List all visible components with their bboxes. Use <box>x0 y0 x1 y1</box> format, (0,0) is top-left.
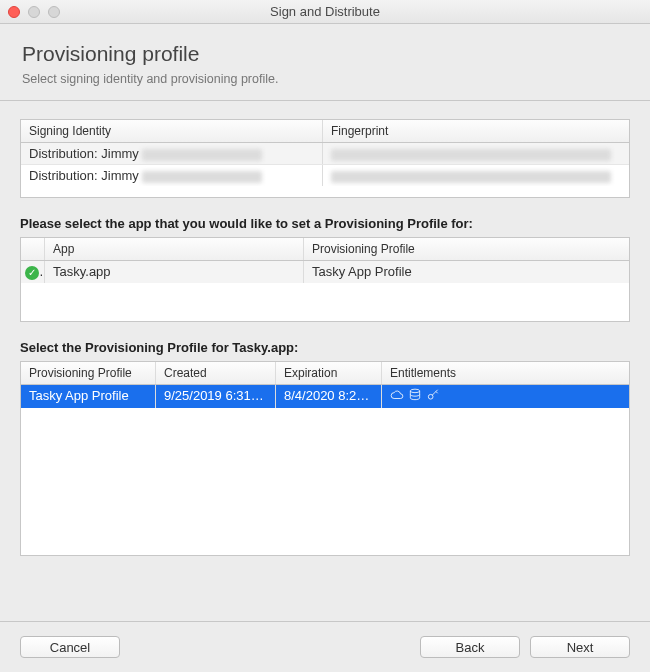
close-icon[interactable] <box>8 6 20 18</box>
profile-section-label: Select the Provisioning Profile for Task… <box>20 340 630 355</box>
app-section-label: Please select the app that you would lik… <box>20 216 630 231</box>
minimize-icon <box>28 6 40 18</box>
cell-expiration: 8/4/2020 8:24 PM <box>276 385 382 408</box>
identity-prefix: Distribution: Jimmy <box>29 168 139 183</box>
svg-point-1 <box>428 394 433 399</box>
table-header: App Provisioning Profile <box>21 238 629 261</box>
redacted-text <box>142 149 262 161</box>
profile-table: Provisioning Profile Created Expiration … <box>20 361 630 556</box>
cancel-button[interactable]: Cancel <box>20 636 120 658</box>
table-body: Tasky App Profile 9/25/2019 6:31 PM 8/4/… <box>21 385 629 555</box>
page-header: Provisioning profile Select signing iden… <box>0 24 650 101</box>
column-header-identity[interactable]: Signing Identity <box>21 120 323 142</box>
cell-entitlements <box>382 385 629 408</box>
app-table: App Provisioning Profile ✓ Tasky.app Tas… <box>20 237 630 322</box>
entitlement-icons <box>390 388 440 402</box>
table-row[interactable]: ✓ Tasky.app Tasky App Profile <box>21 261 629 283</box>
table-header: Signing Identity Fingerprint <box>21 120 629 143</box>
spacer <box>120 636 410 658</box>
content: Signing Identity Fingerprint Distributio… <box>0 101 650 584</box>
cell-fingerprint <box>323 165 629 186</box>
svg-point-0 <box>410 389 419 393</box>
cell-identity: Distribution: Jimmy <box>21 143 323 164</box>
zoom-icon <box>48 6 60 18</box>
back-button[interactable]: Back <box>420 636 520 658</box>
table-row[interactable]: Distribution: Jimmy <box>21 165 629 186</box>
titlebar: Sign and Distribute <box>0 0 650 24</box>
column-header-entitlements[interactable]: Entitlements <box>382 362 629 384</box>
page-subtitle: Select signing identity and provisioning… <box>22 72 628 86</box>
key-icon <box>426 388 440 402</box>
column-header-app[interactable]: App <box>45 238 304 260</box>
column-header-fingerprint[interactable]: Fingerprint <box>323 120 629 142</box>
column-header-created[interactable]: Created <box>156 362 276 384</box>
cell-created: 9/25/2019 6:31 PM <box>156 385 276 408</box>
signing-identity-table: Signing Identity Fingerprint Distributio… <box>20 119 630 198</box>
cell-fingerprint <box>323 143 629 164</box>
column-header-name[interactable]: Provisioning Profile <box>21 362 156 384</box>
redacted-text <box>142 171 262 183</box>
window-title: Sign and Distribute <box>0 4 650 19</box>
table-body: Distribution: Jimmy Distribution: Jimmy <box>21 143 629 197</box>
next-button[interactable]: Next <box>530 636 630 658</box>
cell-status: ✓ <box>21 261 45 283</box>
redacted-text <box>331 171 611 183</box>
cell-identity: Distribution: Jimmy <box>21 165 323 186</box>
table-body: ✓ Tasky.app Tasky App Profile <box>21 261 629 321</box>
table-header: Provisioning Profile Created Expiration … <box>21 362 629 385</box>
traffic-lights <box>8 6 60 18</box>
column-header-profile[interactable]: Provisioning Profile <box>304 238 629 260</box>
table-row[interactable]: Distribution: Jimmy <box>21 143 629 165</box>
cell-app: Tasky.app <box>45 261 304 283</box>
identity-prefix: Distribution: Jimmy <box>29 146 139 161</box>
page-title: Provisioning profile <box>22 42 628 66</box>
table-row[interactable]: Tasky App Profile 9/25/2019 6:31 PM 8/4/… <box>21 385 629 408</box>
check-icon: ✓ <box>25 266 39 280</box>
column-header-expiration[interactable]: Expiration <box>276 362 382 384</box>
database-icon <box>408 388 422 402</box>
cloud-icon <box>390 388 404 402</box>
redacted-text <box>331 149 611 161</box>
cell-name: Tasky App Profile <box>21 385 156 408</box>
column-header-status[interactable] <box>21 238 45 260</box>
cell-profile: Tasky App Profile <box>304 261 629 283</box>
footer: Cancel Back Next <box>0 621 650 672</box>
